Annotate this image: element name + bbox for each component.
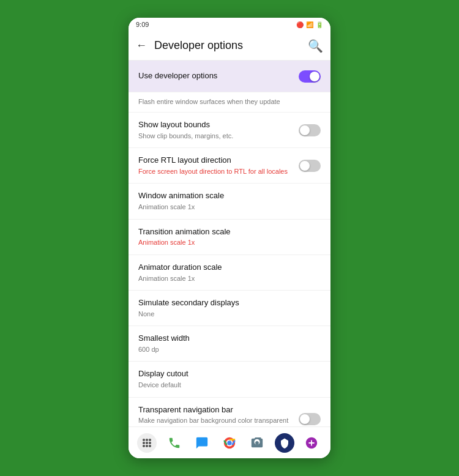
toggle-transparent-nav[interactable] — [299, 413, 321, 425]
signal-icon: 🔋 — [316, 21, 323, 28]
battery-icon: 🔴 — [296, 21, 304, 28]
app-bar: ← Developer options 🔍 — [129, 31, 330, 61]
setting-smallest-width[interactable]: Smallest width 600 dp — [129, 326, 330, 362]
setting-simulate-displays[interactable]: Simulate secondary displays None — [129, 291, 330, 326]
setting-animator-duration[interactable]: Animator duration scale Animation scale … — [129, 255, 330, 291]
wifi-icon: 📶 — [306, 21, 313, 28]
phone-frame: 9:09 🔴 📶 🔋 ← Developer options 🔍 Use dev… — [129, 18, 330, 458]
setting-subtitle: 600 dp — [138, 345, 316, 354]
nav-apps-icon[interactable] — [137, 433, 157, 453]
setting-force-rtl[interactable]: Force RTL layout direction Force screen … — [129, 148, 330, 184]
setting-transparent-nav[interactable]: Transparent navigation bar Make navigati… — [129, 398, 330, 427]
setting-display-cutout[interactable]: Display cutout Device default — [129, 362, 330, 397]
nav-chrome-icon[interactable] — [220, 433, 239, 453]
toggle-force-rtl[interactable] — [299, 160, 321, 172]
setting-title: Animator duration scale — [138, 262, 316, 273]
setting-title: Simulate secondary displays — [138, 298, 316, 308]
nav-phone-icon[interactable] — [165, 433, 184, 453]
svg-point-3 — [143, 441, 145, 444]
toggle-show-layout-bounds[interactable] — [299, 124, 321, 136]
flash-window-subtitle: Flash entire window surfaces when they u… — [138, 97, 294, 106]
setting-subtitle: Animation scale 1x — [138, 238, 316, 247]
setting-title: Force RTL layout direction — [138, 155, 294, 166]
status-time: 9:09 — [136, 21, 149, 28]
setting-title: Transition animation scale — [138, 227, 316, 237]
setting-title: Smallest width — [138, 333, 316, 344]
svg-point-5 — [149, 441, 151, 444]
setting-window-animation[interactable]: Window animation scale Animation scale 1… — [129, 184, 330, 219]
svg-point-7 — [146, 444, 148, 447]
page-title: Developer options — [154, 39, 308, 52]
back-button[interactable]: ← — [136, 39, 147, 52]
toggle-use-developer-options[interactable] — [299, 70, 321, 83]
nav-messages-icon[interactable] — [192, 433, 212, 453]
settings-content: Use developer options Flash entire windo… — [129, 61, 330, 426]
setting-use-developer-options[interactable]: Use developer options — [129, 61, 330, 92]
status-bar: 9:09 🔴 📶 🔋 — [129, 18, 330, 31]
svg-point-2 — [149, 438, 151, 441]
bottom-navigation — [129, 426, 330, 458]
setting-subtitle: Animation scale 1x — [138, 203, 316, 211]
status-icons: 🔴 📶 🔋 — [296, 21, 323, 28]
svg-point-4 — [146, 441, 148, 444]
setting-subtitle: Force screen layout direction to RTL for… — [138, 167, 294, 176]
setting-title: Transparent navigation bar — [138, 405, 294, 415]
svg-point-8 — [149, 444, 151, 447]
setting-subtitle: Make navigation bar background color tra… — [138, 416, 294, 426]
setting-title: Display cutout — [138, 369, 316, 379]
nav-onepassword-icon[interactable] — [275, 433, 294, 453]
setting-transition-animation[interactable]: Transition animation scale Animation sca… — [129, 220, 330, 255]
svg-point-0 — [143, 438, 145, 441]
svg-point-11 — [227, 441, 231, 445]
setting-title: Window animation scale — [138, 191, 316, 201]
nav-camera-icon[interactable] — [247, 433, 267, 453]
svg-point-1 — [146, 438, 148, 441]
setting-subtitle: Show clip bounds, margins, etc. — [138, 132, 294, 140]
nav-more-icon[interactable] — [302, 433, 321, 453]
search-button[interactable]: 🔍 — [308, 39, 323, 53]
setting-show-layout-bounds[interactable]: Show layout bounds Show clip bounds, mar… — [129, 113, 330, 148]
setting-subtitle: None — [138, 310, 316, 318]
setting-title: Use developer options — [138, 71, 294, 81]
setting-subtitle: Device default — [138, 381, 316, 389]
setting-subtitle: Animation scale 1x — [138, 274, 316, 283]
setting-title: Show layout bounds — [138, 120, 294, 130]
setting-flash-window: Flash entire window surfaces when they u… — [129, 92, 330, 113]
svg-point-6 — [143, 444, 145, 447]
